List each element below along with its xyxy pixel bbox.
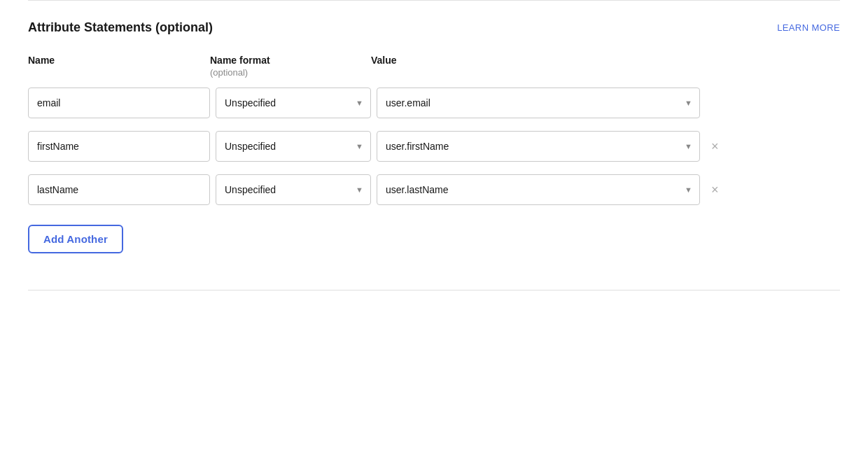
col-header-format-label: Name format	[210, 55, 371, 66]
value-select-wrapper-firstname: user.email user.firstName user.lastName …	[377, 131, 700, 162]
attribute-row-email: Unspecified URI Reference Basic ▼ user.e…	[28, 88, 840, 118]
learn-more-link[interactable]: LEARN MORE	[777, 22, 840, 33]
section-header: Attribute Statements (optional) LEARN MO…	[28, 20, 840, 35]
attribute-row-lastname: Unspecified URI Reference Basic ▼ user.e…	[28, 174, 840, 205]
name-input-firstname[interactable]	[28, 131, 210, 162]
value-select-wrapper-email: user.email user.firstName user.lastName …	[377, 88, 700, 118]
add-another-button[interactable]: Add Another	[28, 225, 123, 253]
format-select-email[interactable]: Unspecified URI Reference Basic	[216, 88, 370, 118]
bottom-divider	[28, 290, 840, 290]
format-select-wrapper-lastname: Unspecified URI Reference Basic ▼	[216, 174, 371, 205]
value-select-firstname[interactable]: user.email user.firstName user.lastName …	[377, 132, 699, 161]
remove-button-firstname[interactable]: ×	[706, 137, 724, 155]
value-select-email[interactable]: user.email user.firstName user.lastName …	[377, 88, 699, 118]
remove-button-lastname[interactable]: ×	[706, 181, 724, 199]
col-header-value: Value	[371, 55, 397, 66]
section-title: Attribute Statements (optional)	[28, 20, 213, 35]
page-container: Attribute Statements (optional) LEARN MO…	[0, 0, 868, 476]
attribute-row-firstname: Unspecified URI Reference Basic ▼ user.e…	[28, 131, 840, 162]
col-header-format-sub: (optional)	[210, 67, 371, 78]
name-input-lastname[interactable]	[28, 174, 210, 205]
value-select-wrapper-lastname: user.email user.firstName user.lastName …	[377, 174, 700, 205]
format-select-wrapper-email: Unspecified URI Reference Basic ▼	[216, 88, 371, 118]
format-select-firstname[interactable]: Unspecified URI Reference Basic	[216, 132, 370, 161]
attribute-statements-section: Attribute Statements (optional) LEARN MO…	[28, 1, 840, 276]
col-header-name: Name	[28, 55, 210, 66]
columns-header: Name Name format (optional) Value	[28, 55, 840, 78]
format-select-wrapper-firstname: Unspecified URI Reference Basic ▼	[216, 131, 371, 162]
col-header-format: Name format (optional)	[210, 55, 371, 78]
format-select-lastname[interactable]: Unspecified URI Reference Basic	[216, 175, 370, 204]
value-select-lastname[interactable]: user.email user.firstName user.lastName …	[377, 175, 699, 204]
name-input-email[interactable]	[28, 88, 210, 118]
